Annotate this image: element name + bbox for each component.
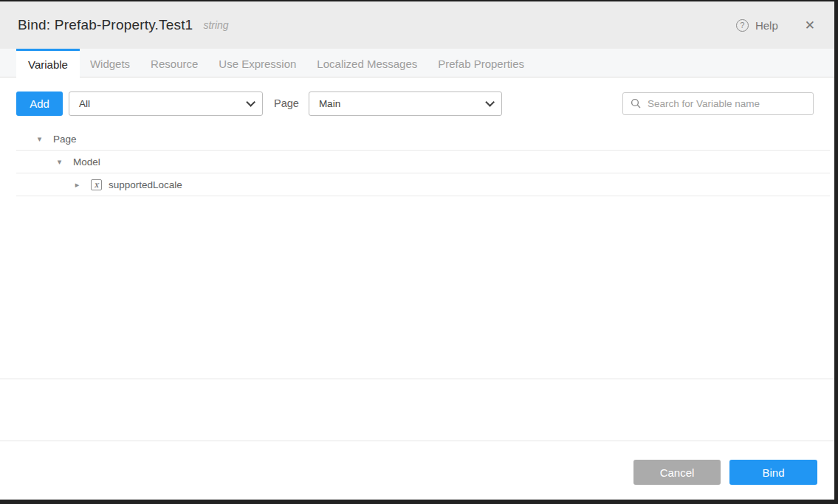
variable-tab-panel: Add All Page Main ▾ Page	[0, 77, 834, 379]
add-variable-button[interactable]: Add	[16, 92, 63, 116]
dialog-footer: Cancel Bind	[0, 441, 834, 500]
search-icon	[631, 98, 641, 108]
variable-filter-value: All	[79, 98, 90, 109]
variable-icon: x	[91, 179, 102, 190]
variable-toolbar: Add All Page Main	[0, 77, 834, 118]
caret-down-icon[interactable]: ▾	[55, 157, 64, 167]
caret-right-icon[interactable]: ▸	[72, 180, 82, 190]
property-type-label: string	[203, 19, 228, 31]
tab-widgets[interactable]: Widgets	[80, 49, 140, 77]
tab-use-expression[interactable]: Use Expression	[208, 49, 306, 77]
chevron-down-icon	[485, 97, 495, 107]
cancel-button[interactable]: Cancel	[633, 460, 721, 485]
help-circle-icon: ?	[736, 19, 749, 32]
help-label: Help	[755, 19, 778, 32]
variable-filter-select[interactable]: All	[69, 92, 263, 116]
variable-search-box	[622, 92, 814, 115]
tab-prefab-properties[interactable]: Prefab Properties	[427, 49, 535, 77]
chevron-down-icon	[246, 97, 255, 107]
dialog-tabs: Variable Widgets Resource Use Expression…	[0, 49, 834, 77]
tab-resource[interactable]: Resource	[140, 49, 208, 77]
bind-dialog: Bind: Prefab-Property.Test1 string ? Hel…	[0, 0, 838, 504]
help-link[interactable]: ? Help	[736, 19, 778, 32]
bind-button[interactable]: Bind	[729, 460, 817, 485]
page-select-label: Page	[274, 97, 299, 109]
dialog-title: Bind: Prefab-Property.Test1	[18, 17, 193, 33]
tree-row-supportedlocale[interactable]: ▸ x supportedLocale	[16, 173, 830, 196]
tree-node-label: supportedLocale	[109, 179, 182, 190]
variable-tree: ▾ Page ▾ Model ▸ x supportedLocale	[16, 128, 830, 196]
tree-node-label: Page	[53, 134, 77, 145]
tree-row-page[interactable]: ▾ Page	[16, 128, 830, 151]
variable-search-input[interactable]	[648, 98, 806, 109]
close-icon[interactable]: ✕	[805, 19, 815, 32]
page-select[interactable]: Main	[309, 92, 502, 116]
tree-row-model[interactable]: ▾ Model	[16, 151, 830, 173]
page-select-value: Main	[319, 98, 340, 109]
tab-variable[interactable]: Variable	[16, 49, 80, 77]
tab-localized-messages[interactable]: Localized Messages	[306, 49, 427, 77]
bind-options-band	[0, 379, 834, 441]
dialog-titlebar: Bind: Prefab-Property.Test1 string ? Hel…	[0, 1, 834, 49]
caret-down-icon[interactable]: ▾	[35, 134, 44, 144]
tree-node-label: Model	[73, 156, 100, 168]
